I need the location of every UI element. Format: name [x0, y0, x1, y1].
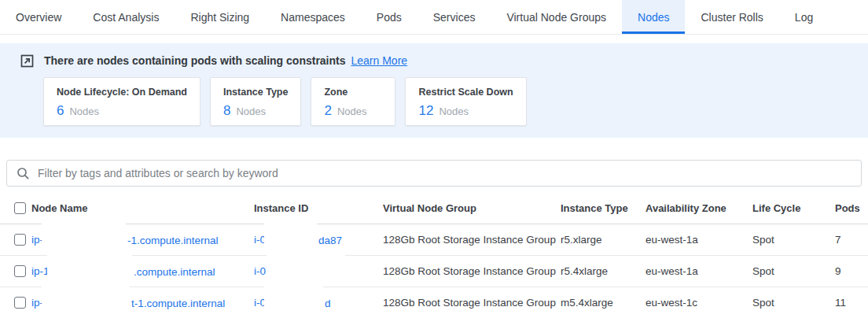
card-count: 12	[418, 103, 433, 119]
instance-id-link[interactable]: i-0	[254, 256, 383, 287]
instance-id-fragment: d	[325, 297, 331, 309]
table-row: ip- -1.compute.internal i-0 da87 128Gb R…	[0, 224, 868, 256]
life-cycle-cell: Spot	[752, 297, 835, 309]
tab-right-sizing[interactable]: Right Sizing	[175, 0, 265, 34]
card-count: 2	[324, 103, 331, 119]
col-instance-id: Instance ID	[254, 202, 383, 214]
col-node-name: Node Name	[31, 202, 254, 214]
card-title: Restrict Scale Down	[418, 87, 513, 98]
card-count: 8	[223, 103, 230, 119]
search-icon	[17, 167, 30, 180]
redaction-box	[267, 253, 345, 276]
card-unit: Nodes	[69, 105, 99, 117]
redaction-box	[42, 284, 130, 308]
redaction-box	[264, 284, 323, 308]
instance-id-link[interactable]: i-0 d	[254, 287, 383, 318]
cluster-tabbar: Overview Cost Analysis Right Sizing Name…	[0, 0, 868, 35]
instance-id-fragment: da87	[318, 234, 342, 246]
availability-zone-cell: eu-west-1a	[645, 234, 752, 246]
vng-cell: 128Gb Root Storage Instance Group	[383, 265, 561, 277]
nodes-table: Node Name Instance ID Virtual Node Group…	[0, 193, 868, 318]
col-virtual-node-group: Virtual Node Group	[383, 202, 561, 214]
pods-cell: 11	[835, 297, 868, 309]
scale-out-icon	[20, 54, 34, 68]
search-input[interactable]	[38, 167, 851, 179]
node-name-link[interactable]: ip-1 .compute.internal	[31, 256, 254, 287]
table-row: ip- t-1.compute.internal i-0 d 128Gb Roo…	[0, 287, 868, 318]
redaction-box	[264, 221, 317, 245]
card-restrict-scale-down[interactable]: Restrict Scale Down 12 Nodes	[405, 77, 526, 126]
tab-overview[interactable]: Overview	[0, 0, 77, 34]
row-checkbox[interactable]	[14, 297, 26, 309]
node-name-link[interactable]: ip- -1.compute.internal	[31, 224, 254, 255]
tab-log[interactable]: Log	[779, 0, 829, 34]
tab-nodes[interactable]: Nodes	[622, 0, 685, 34]
banner-message: There are nodes containing pods with sca…	[44, 54, 346, 67]
card-unit: Nodes	[439, 105, 469, 117]
tab-pods[interactable]: Pods	[361, 0, 417, 34]
col-life-cycle: Life Cycle	[752, 202, 835, 214]
learn-more-link[interactable]: Learn More	[351, 54, 408, 67]
card-unit: Nodes	[236, 105, 266, 117]
row-checkbox[interactable]	[14, 265, 26, 277]
redaction-box	[47, 253, 132, 276]
availability-zone-cell: eu-west-1a	[645, 265, 752, 277]
table-header-row: Node Name Instance ID Virtual Node Group…	[0, 193, 868, 224]
card-node-lifecycle[interactable]: Node Lifecycle: On Demand 6 Nodes	[43, 77, 200, 126]
tab-cost-analysis[interactable]: Cost Analysis	[77, 0, 175, 34]
card-instance-type[interactable]: Instance Type 8 Nodes	[210, 77, 301, 126]
scaling-constraints-banner: There are nodes containing pods with sca…	[0, 43, 868, 138]
card-unit: Nodes	[337, 105, 367, 117]
pods-cell: 7	[835, 234, 868, 246]
instance-id-fragment: i-0	[254, 265, 266, 277]
instance-type-cell: r5.4xlarge	[561, 265, 645, 277]
col-pods: Pods	[835, 202, 868, 214]
col-availability-zone: Availability Zone	[645, 202, 752, 214]
node-name-fragment: .compute.internal	[134, 265, 215, 277]
instance-id-link[interactable]: i-0 da87	[254, 224, 383, 255]
tab-services[interactable]: Services	[417, 0, 491, 34]
node-name-fragment: -1.compute.internal	[127, 234, 219, 246]
vng-cell: 128Gb Root Storage Instance Group	[383, 234, 561, 246]
card-count: 6	[57, 103, 64, 119]
pods-cell: 9	[835, 265, 868, 277]
availability-zone-cell: eu-west-1c	[645, 297, 752, 309]
tab-cluster-rolls[interactable]: Cluster Rolls	[685, 0, 778, 34]
row-checkbox[interactable]	[14, 234, 26, 246]
select-all-checkbox[interactable]	[14, 202, 26, 214]
filter-searchbar	[6, 160, 862, 187]
redaction-box	[42, 221, 126, 245]
node-name-fragment: t-1.compute.internal	[131, 297, 225, 309]
card-title: Node Lifecycle: On Demand	[57, 87, 187, 98]
life-cycle-cell: Spot	[752, 265, 835, 277]
instance-type-cell: m5.4xlarge	[561, 297, 645, 309]
vng-cell: 128Gb Root Storage Instance Group	[383, 297, 561, 309]
card-title: Instance Type	[223, 87, 288, 98]
table-row: ip-1 .compute.internal i-0 128Gb Root St…	[0, 256, 868, 287]
card-zone[interactable]: Zone 2 Nodes	[311, 77, 395, 126]
col-instance-type: Instance Type	[561, 202, 645, 214]
constraint-cards: Node Lifecycle: On Demand 6 Nodes Instan…	[0, 77, 868, 126]
card-title: Zone	[324, 87, 382, 98]
tab-virtual-node-groups[interactable]: Virtual Node Groups	[491, 0, 622, 34]
node-name-link[interactable]: ip- t-1.compute.internal	[31, 287, 254, 318]
life-cycle-cell: Spot	[752, 234, 835, 246]
instance-type-cell: r5.xlarge	[561, 234, 645, 246]
tab-namespaces[interactable]: Namespaces	[265, 0, 361, 34]
